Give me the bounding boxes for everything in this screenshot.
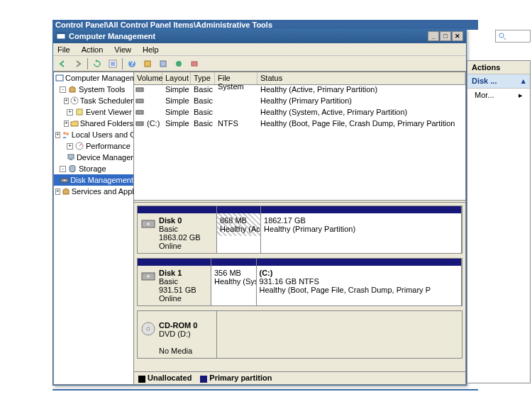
partition[interactable]: 868 MBHealthy (Active, Prima [217, 206, 261, 253]
svg-point-0 [499, 33, 504, 38]
volume-header[interactable]: Volume Layout Type File System Status [134, 72, 465, 85]
tool-icon-3[interactable] [172, 57, 185, 70]
close-button[interactable]: ✕ [452, 31, 463, 41]
col-volume[interactable]: Volume [134, 72, 162, 84]
legend: Unallocated Primary partition [134, 371, 465, 384]
tree-task-scheduler[interactable]: +Task Scheduler [54, 95, 133, 106]
svg-text:?: ? [130, 60, 135, 67]
tree-services[interactable]: +Services and Applic [54, 186, 133, 197]
tree-device-manager[interactable]: Device Manager [54, 152, 133, 163]
disk-graphical-view[interactable]: Disk 0Basic1863.02 GBOnline868 MBHealthy… [134, 203, 465, 371]
maximize-button[interactable]: □ [440, 31, 451, 41]
svg-rect-13 [192, 62, 197, 66]
svg-point-19 [63, 132, 66, 135]
search-icon [499, 33, 506, 40]
menu-action[interactable]: Action [80, 45, 105, 55]
tree-performance[interactable]: +Performance [54, 140, 133, 152]
legend-primary-swatch [200, 376, 207, 383]
center-pane: Volume Layout Type File System Status Si… [134, 72, 466, 385]
tree-shared-folders[interactable]: +Shared Folders [54, 118, 133, 129]
tree-pane[interactable]: Computer Management -System Tools +Task … [53, 72, 134, 385]
svg-rect-27 [136, 88, 143, 91]
actions-pane: Actions Disk ...▴ Mor...▸ [467, 60, 531, 383]
tree-event-viewer[interactable]: +Event Viewer [54, 106, 133, 118]
svg-point-36 [147, 327, 150, 330]
toolbar: ? [53, 56, 466, 72]
tree-local-users[interactable]: +Local Users and G [54, 129, 133, 140]
volume-row[interactable]: SimpleBasicHealthy (Active, Primary Part… [134, 85, 465, 96]
tree-storage[interactable]: -Storage [54, 163, 133, 174]
tree-disk-management[interactable]: Disk Management [54, 174, 133, 186]
tool-icon-4[interactable] [188, 57, 201, 70]
disk-row[interactable]: CD-ROM 0DVD (D:)No Media [137, 310, 462, 359]
menu-view[interactable]: View [113, 45, 133, 55]
disk-row[interactable]: Disk 1Basic931.51 GBOnline356 MBHealthy … [137, 258, 462, 306]
col-layout[interactable]: Layout [162, 72, 191, 84]
chevron-right-icon: ▸ [519, 91, 523, 100]
volume-list[interactable]: SimpleBasicHealthy (Active, Primary Part… [134, 85, 465, 200]
col-status[interactable]: Status [257, 72, 465, 84]
tool-icon[interactable] [141, 57, 154, 70]
svg-rect-3 [57, 33, 65, 34]
minimize-button[interactable]: _ [428, 31, 439, 41]
menu-file[interactable]: File [56, 45, 72, 55]
svg-rect-18 [77, 109, 82, 115]
svg-rect-10 [145, 61, 150, 67]
mmc-window: Computer Management _ □ ✕ File Action Vi… [52, 28, 467, 386]
volume-row[interactable]: (C:)SimpleBasicNTFSHealthy (Boot, Page F… [134, 119, 465, 130]
tree-system-tools[interactable]: -System Tools [54, 84, 133, 95]
legend-unalloc-swatch [138, 376, 145, 383]
col-type[interactable]: Type [191, 72, 215, 84]
refresh-button[interactable] [91, 57, 104, 70]
forward-button[interactable] [72, 57, 84, 70]
menu-help[interactable]: Help [141, 45, 160, 55]
app-icon [56, 31, 66, 41]
actions-selected[interactable]: Disk ...▴ [467, 74, 530, 89]
legend-unalloc-label: Unallocated [148, 373, 192, 382]
svg-point-12 [176, 61, 182, 67]
properties-button[interactable] [106, 57, 119, 70]
svg-rect-28 [136, 99, 143, 103]
search-placeholder: Search Ad [499, 40, 523, 43]
menubar: File Action View Help [53, 43, 466, 56]
window-title: Computer Management [69, 32, 428, 40]
svg-point-32 [147, 223, 150, 225]
partition[interactable]: 356 MBHealthy (System, A [211, 259, 257, 305]
col-fs[interactable]: File System [215, 72, 257, 84]
svg-point-20 [66, 133, 69, 135]
actions-header: Actions [467, 61, 530, 74]
help-button[interactable]: ? [126, 57, 138, 70]
titlebar[interactable]: Computer Management _ □ ✕ [53, 29, 466, 43]
svg-rect-29 [136, 111, 143, 114]
volume-row[interactable]: SimpleBasicHealthy (System, Active, Prim… [134, 108, 465, 119]
disk-row[interactable]: Disk 0Basic1863.02 GBOnline868 MBHealthy… [137, 206, 462, 254]
svg-rect-22 [68, 154, 74, 159]
volume-row[interactable]: SimpleBasicHealthy (Primary Partition) [134, 96, 465, 108]
svg-point-26 [64, 180, 65, 181]
search-input[interactable]: Search Ad [495, 30, 531, 43]
bottom-divider [52, 389, 478, 390]
svg-rect-14 [56, 75, 63, 81]
partition[interactable]: (C:)931.16 GB NTFSHealthy (Boot, Page Fi… [257, 259, 462, 305]
tool-icon-2[interactable] [157, 57, 170, 70]
legend-primary-label: Primary partition [209, 373, 272, 382]
actions-more[interactable]: Mor...▸ [467, 89, 530, 102]
svg-rect-11 [160, 61, 166, 67]
svg-rect-23 [70, 159, 72, 160]
svg-line-1 [504, 38, 506, 40]
svg-point-34 [147, 275, 150, 278]
back-button[interactable] [56, 57, 69, 70]
tree-root[interactable]: Computer Management [54, 72, 133, 84]
partition[interactable]: 1862.17 GBHealthy (Primary Partition) [261, 206, 462, 253]
collapse-icon: ▴ [521, 77, 526, 86]
svg-rect-30 [136, 122, 143, 125]
